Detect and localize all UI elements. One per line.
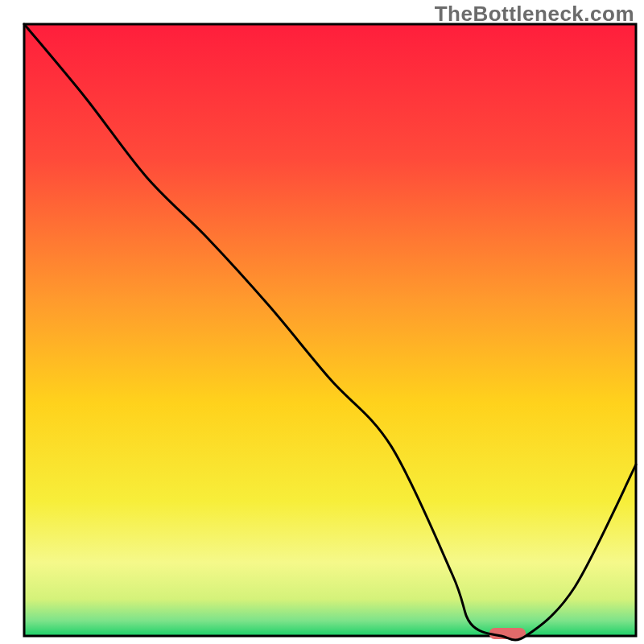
watermark-text: TheBottleneck.com bbox=[435, 2, 634, 27]
bottleneck-chart: TheBottleneck.com bbox=[0, 0, 644, 644]
chart-background bbox=[24, 24, 636, 636]
chart-svg bbox=[0, 0, 644, 644]
